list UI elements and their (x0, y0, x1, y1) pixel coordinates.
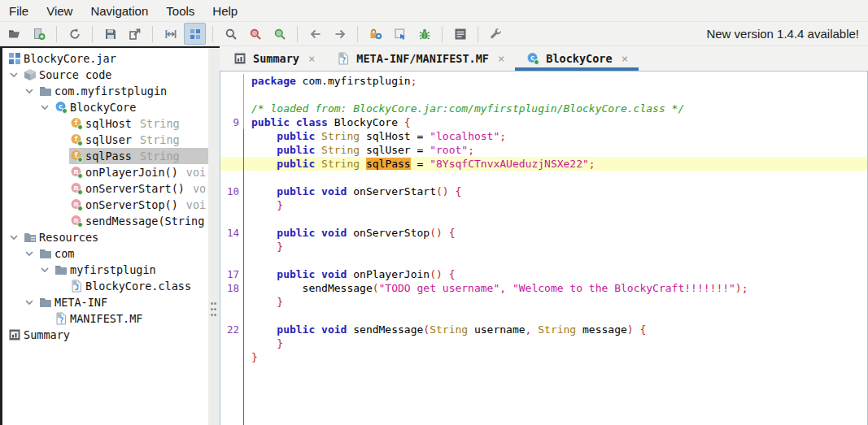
code-line (220, 309, 867, 323)
svg-text:c: c (530, 54, 534, 62)
tree-item-meta-inf[interactable]: META-INF (2, 294, 208, 310)
toolbar-debug-bug-button[interactable] (413, 23, 435, 45)
toolbar-deobfuscate-button[interactable] (364, 23, 386, 45)
toolbar-window-select-button[interactable] (389, 23, 411, 45)
tree-item-com-myfirstplugin[interactable]: com.myfirstplugin (2, 83, 208, 99)
toolbar-export-button[interactable] (124, 23, 146, 45)
file-q-icon: ? (336, 52, 350, 66)
tree-item-blockycore-jar[interactable]: BlockyCore.jar (2, 50, 208, 67)
tree-item-onserverstop[interactable]: monServerStop()voi (2, 197, 208, 213)
line-number: 18 (220, 281, 244, 295)
tree-item-type: String (140, 150, 180, 163)
tab-close-icon[interactable]: × (498, 52, 504, 65)
toolbar-flatten-button[interactable] (159, 23, 181, 45)
chevron-down-icon[interactable] (7, 231, 20, 244)
code-line: public String sqlHost = "localhost"; (220, 129, 867, 143)
tab-close-icon[interactable]: × (622, 52, 628, 65)
tree-item-label: onServerStart() (85, 182, 185, 195)
line-number: 9 (220, 115, 244, 129)
toolbar-search-button[interactable] (220, 23, 242, 45)
toolbar-separator (442, 26, 443, 42)
svg-text:f: f (73, 135, 77, 143)
tree-item-label: MANIFEST.MF (70, 312, 142, 325)
chevron-down-icon[interactable] (7, 68, 20, 81)
menu-tools[interactable]: Tools (157, 2, 203, 20)
back-icon (308, 27, 322, 41)
tree-item-myfirstplugin[interactable]: myfirstplugin (2, 262, 208, 278)
tree-item-label: sqlHost (85, 117, 132, 130)
tree-item-sqluser[interactable]: fsqlUserString (2, 132, 208, 148)
tree-item-blockycore[interactable]: cBlockyCore (2, 99, 208, 115)
svg-text:J: J (74, 284, 78, 292)
toolbar-separator (478, 26, 478, 42)
code-line (220, 254, 867, 267)
code-line: 9public class BlockyCore { (220, 115, 867, 129)
method-icon: m (69, 198, 83, 212)
tree-item-blockycore-class[interactable]: JBlockyCore.class (2, 278, 208, 294)
toolbar-save-button[interactable] (99, 23, 121, 45)
toolbar-logging-button[interactable] (449, 23, 471, 45)
tree-item-sqlpass[interactable]: fsqlPassString (2, 148, 208, 164)
line-number: 14 (220, 226, 244, 240)
line-number (220, 350, 244, 364)
field-icon: f (69, 117, 83, 131)
tree-item-label: com.myfirstplugin (55, 85, 167, 98)
line-number (220, 240, 244, 254)
toolbar-open-folder-button[interactable] (3, 23, 25, 45)
tree-item-com[interactable]: com (2, 245, 208, 262)
code-editor[interactable]: package com.myfirstplugin;/* loaded from… (220, 71, 868, 425)
tab-blockycore[interactable]: cBlockyCore× (515, 46, 639, 71)
update-notice[interactable]: New version 1.4.4 available! (706, 27, 865, 41)
line-number (220, 129, 244, 143)
chevron-down-icon[interactable] (23, 247, 36, 260)
toolbar-separator (92, 26, 93, 42)
menu-help[interactable]: Help (203, 2, 246, 20)
tree-item-onplayerjoin[interactable]: monPlayerJoin()voi (2, 164, 208, 180)
chevron-down-icon[interactable] (23, 296, 36, 309)
tree-item-sqlhost[interactable]: fsqlHostString (2, 115, 208, 132)
tree-item-resources[interactable]: Resources (2, 229, 208, 245)
folder-icon (38, 296, 52, 310)
tab-label: BlockyCore (546, 52, 612, 65)
line-number: 10 (220, 184, 244, 198)
line-number (220, 309, 244, 323)
chevron-down-icon[interactable] (38, 101, 51, 114)
code-line: 14 public void onServerStop() { (220, 226, 867, 240)
tree-item-source-code[interactable]: Source code (2, 67, 208, 83)
svg-text:c: c (58, 102, 62, 111)
jar-icon (7, 52, 21, 66)
workspace-tree[interactable]: BlockyCore.jarSource codecom.myfirstplug… (0, 46, 208, 425)
toolbar-tree-view-button[interactable] (184, 23, 206, 45)
chevron-down-icon[interactable] (38, 263, 51, 276)
menu-file[interactable]: File (0, 2, 37, 20)
tree-item-sendmessage-string[interactable]: msendMessage(String (2, 213, 208, 229)
logging-icon (453, 27, 467, 41)
split-divider[interactable] (208, 46, 220, 425)
code-line: public String sqlPass = "8YsqfCTnvxAUedu… (220, 157, 867, 171)
chevron-down-icon[interactable] (23, 85, 36, 98)
tree-item-onserverstart[interactable]: monServerStart()vo (2, 180, 208, 197)
summary-icon (7, 328, 21, 342)
toolbar-settings-wrench-button[interactable] (485, 23, 507, 45)
line-number (220, 198, 244, 212)
tab-meta-inf-manifest-mf[interactable]: ?META-INF/MANIFEST.MF× (325, 46, 515, 71)
line-number (220, 88, 244, 102)
tab-summary[interactable]: Summary× (222, 46, 325, 71)
toolbar-back-button[interactable] (304, 23, 326, 45)
toolbar-search-declarations-button[interactable] (268, 23, 290, 45)
tab-close-icon[interactable]: × (308, 52, 315, 65)
svg-text:f: f (73, 151, 77, 159)
toolbar-refresh-button[interactable] (63, 23, 85, 45)
menu-navigation[interactable]: Navigation (81, 2, 157, 20)
tree-item-label: Summary (24, 328, 70, 341)
tree-item-summary[interactable]: Summary (2, 327, 208, 343)
tree-item-manifest-mf[interactable]: ?MANIFEST.MF (2, 310, 208, 327)
code-line: 22 public void sendMessage(String userna… (220, 323, 867, 336)
toolbar-separator (357, 26, 358, 42)
menu-view[interactable]: View (37, 2, 81, 20)
split-grip-icon[interactable] (211, 302, 217, 319)
search-declarations-icon (273, 27, 286, 41)
toolbar-import-file-button[interactable] (28, 23, 50, 45)
toolbar-forward-button[interactable] (329, 23, 351, 45)
toolbar-search-references-button[interactable] (244, 23, 266, 45)
